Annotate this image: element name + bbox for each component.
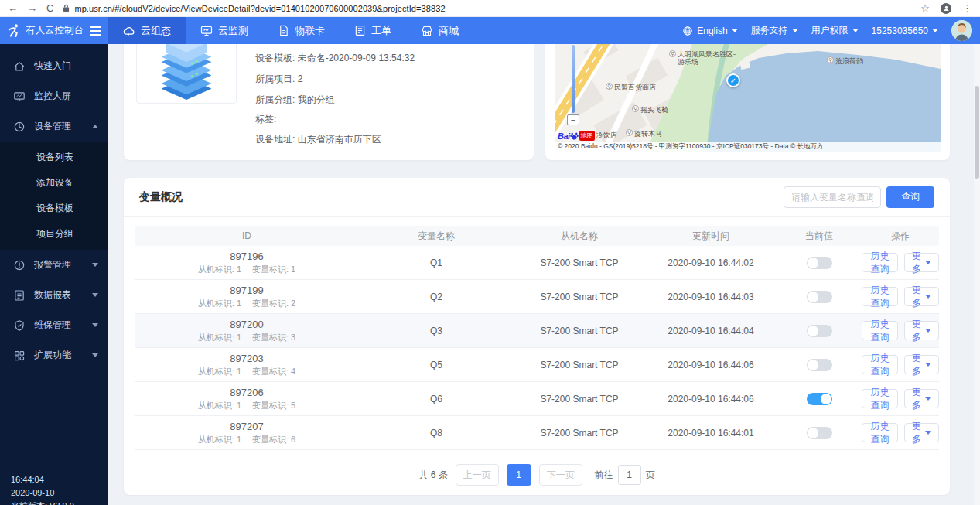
value-toggle[interactable]: [807, 291, 832, 303]
poi-icon: ⚲: [632, 105, 639, 112]
value-toggle[interactable]: [807, 427, 832, 439]
device-stack-icon: [149, 44, 224, 100]
zoom-out-button[interactable]: −: [567, 114, 579, 125]
clock-time: 16:44:04: [11, 473, 74, 486]
table-header: ID 变量名称 从机名称 更新时间 当前值 操作: [135, 226, 939, 246]
variable-name: Q1: [359, 258, 514, 268]
scrollbar-thumb[interactable]: [975, 86, 979, 179]
browser-back-icon[interactable]: ←: [8, 3, 18, 13]
sidebar-item-monitor-screen[interactable]: 监控大屏: [0, 81, 108, 111]
more-button[interactable]: 更多: [904, 355, 939, 374]
menu-collapse-icon[interactable]: [90, 26, 101, 36]
browser-refresh-icon[interactable]: C: [46, 3, 53, 13]
history-query-button[interactable]: 历史查询: [862, 321, 898, 340]
avatar[interactable]: [951, 20, 972, 41]
sidebar-item-extensions[interactable]: 扩展功能: [0, 340, 108, 370]
map-attribution: © 2020 Baidu - GS(2019)5218号 - 甲测资字11009…: [555, 142, 941, 152]
history-query-button[interactable]: 历史查询: [862, 389, 898, 408]
tab-label: 云监测: [218, 24, 248, 38]
slave-tag: 从机标识: 1: [198, 366, 241, 377]
value-toggle[interactable]: [807, 393, 832, 405]
map-poi-chairs: ⚲摇头飞椅: [632, 105, 668, 115]
poi-icon: ⚲: [606, 83, 613, 90]
browser-forward-icon[interactable]: →: [27, 3, 37, 13]
slave-name: S7-200 Smart TCP: [514, 360, 645, 370]
poi-icon: ⚲: [626, 129, 633, 136]
more-button[interactable]: 更多: [904, 423, 939, 442]
chevron-down-icon: [852, 29, 859, 32]
history-query-button[interactable]: 历史查询: [862, 355, 898, 374]
slave-tag: 从机标识: 1: [198, 298, 241, 309]
sidebar-item-device-list[interactable]: 设备列表: [0, 145, 108, 170]
value-toggle[interactable]: [807, 257, 832, 269]
sidebar-item-add-device[interactable]: 添加设备: [0, 170, 108, 196]
more-button[interactable]: 更多: [904, 287, 939, 306]
sidebar-item-alarm-management[interactable]: 报警管理: [0, 250, 108, 280]
sim-card-icon: [278, 25, 289, 36]
sidebar-item-maintenance[interactable]: 维保管理: [0, 310, 108, 340]
chevron-down-icon: [732, 29, 738, 32]
tab-mall[interactable]: 商城: [406, 17, 473, 44]
slave-tag: 从机标识: 1: [198, 264, 241, 275]
tab-cloud-monitor[interactable]: 云监测: [186, 17, 263, 44]
user-permission-dropdown[interactable]: 用户权限: [811, 24, 859, 37]
work-order-icon: [354, 25, 366, 36]
nav-tabs: 云组态 云监测 物联卡 工单 商城: [108, 17, 473, 44]
value-toggle[interactable]: [807, 359, 832, 371]
brand[interactable]: 有人云控制台: [0, 17, 108, 44]
variable-name: Q2: [359, 292, 514, 302]
browser-menu-icon[interactable]: ⋮: [962, 3, 972, 13]
home-icon: [13, 60, 26, 73]
tab-cloud-scada[interactable]: 云组态: [108, 17, 186, 44]
variable-search-input[interactable]: [784, 186, 881, 208]
sidebar-item-device-management[interactable]: 设备管理: [0, 111, 108, 142]
main-content: 设备模板: 未命名-2020-09-09 13:54:32 所属项目: 2 所属…: [108, 44, 974, 505]
poi-icon: ⚲: [827, 56, 834, 63]
sidebar-item-quick-start[interactable]: 快速入门: [0, 51, 108, 81]
history-query-button[interactable]: 历史查询: [862, 287, 898, 306]
var-tag: 变量标识: 5: [252, 400, 295, 411]
chevron-down-icon: [925, 261, 931, 264]
variable-name: Q8: [359, 428, 514, 438]
sidebar-item-device-template[interactable]: 设备模板: [0, 196, 108, 221]
usr-logo-icon: [6, 23, 21, 38]
query-button[interactable]: 查询: [886, 186, 934, 208]
account-dropdown[interactable]: 15253035650: [872, 26, 938, 36]
mall-icon: [421, 25, 433, 37]
address-bar[interactable]: mp.usr.cn/#/cloudV2/device/ViewDeviceDet…: [63, 4, 911, 13]
variable-id: 897206: [135, 387, 359, 398]
update-time: 2020-09-10 16:44:02: [645, 258, 777, 268]
more-button[interactable]: 更多: [904, 389, 939, 408]
url-text: mp.usr.cn/#/cloudV2/device/ViewDeviceDet…: [74, 4, 445, 13]
device-management-icon: [13, 121, 26, 133]
goto-page-input[interactable]: [618, 465, 641, 485]
tab-work-order[interactable]: 工单: [340, 17, 406, 44]
current-page[interactable]: 1: [507, 464, 531, 486]
device-location-marker[interactable]: ✓: [726, 73, 740, 87]
map-zoom-slider[interactable]: −: [567, 44, 581, 125]
variable-id: 897196: [135, 251, 359, 262]
next-page-button[interactable]: 下一页: [539, 464, 582, 486]
history-query-button[interactable]: 历史查询: [862, 253, 898, 272]
variable-name: Q5: [359, 360, 514, 370]
sidebar-item-project-group[interactable]: 项目分组: [0, 221, 108, 247]
prev-page-button[interactable]: 上一页: [456, 464, 499, 486]
more-button[interactable]: 更多: [904, 321, 939, 340]
account-number: 15253035650: [872, 26, 928, 36]
more-button[interactable]: 更多: [904, 253, 939, 272]
chrome-profile-icon[interactable]: [941, 3, 951, 14]
tab-iot-sim[interactable]: 物联卡: [263, 17, 340, 44]
map-poi-carousel: ⚲旋转木马: [626, 129, 662, 139]
scrollbar-track[interactable]: [974, 44, 980, 505]
service-support-dropdown[interactable]: 服务支持: [751, 24, 798, 37]
history-query-button[interactable]: 历史查询: [862, 423, 898, 442]
language-dropdown[interactable]: English: [682, 26, 737, 36]
device-group-line: 所属分组: 我的分组: [255, 94, 335, 107]
chevron-down-icon: [92, 293, 98, 297]
sidebar-item-data-report[interactable]: 数据报表: [0, 280, 108, 310]
value-toggle[interactable]: [807, 325, 832, 337]
bookmark-star-icon[interactable]: ☆: [920, 3, 930, 13]
update-time: 2020-09-10 16:44:04: [645, 326, 777, 336]
nav-right: English 服务支持 用户权限 15253035650: [682, 20, 980, 41]
baidu-map[interactable]: ⚲ 大明湖风景名胜区-游乐场 ⚲沧浪荷韵 ⚲民盟百货商店 ⚲摇头飞椅 ⚲旋转木马…: [555, 44, 941, 152]
